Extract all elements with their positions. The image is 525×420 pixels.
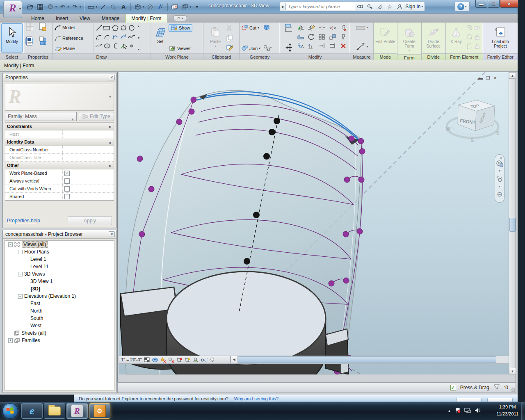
- align-icon[interactable]: [308, 42, 315, 50]
- properties-palette-icon[interactable]: [25, 37, 33, 45]
- tree-item-3d-views[interactable]: −3D Views: [5, 270, 114, 278]
- save-icon[interactable]: [36, 2, 45, 11]
- tree-expander[interactable]: −: [8, 242, 13, 247]
- crop-view-icon[interactable]: [176, 357, 183, 363]
- panel-label-geometry[interactable]: Geometry: [240, 53, 280, 60]
- navbar-close-icon[interactable]: ⊗: [500, 156, 502, 160]
- ie-no-button[interactable]: [487, 398, 513, 402]
- draw-model-button[interactable]: Model: [54, 24, 93, 31]
- split-element-icon[interactable]: [318, 24, 326, 32]
- draw-ellipse-icon[interactable]: [103, 42, 111, 50]
- family-types-grid-icon[interactable]: [39, 37, 46, 45]
- property-row[interactable]: Work Plane-Based✓: [5, 169, 114, 177]
- property-row[interactable]: Cut with Voids When...: [5, 185, 114, 193]
- properties-help-link[interactable]: Properties help: [7, 218, 40, 224]
- show-crop-region-icon[interactable]: [185, 357, 191, 363]
- scroll-left-arrow[interactable]: ◀: [231, 356, 237, 363]
- paste-button[interactable]: Paste▾: [205, 23, 226, 52]
- work-plane-based-checkbox[interactable]: ✓: [64, 171, 70, 176]
- trim-extend-icon[interactable]: [297, 42, 304, 50]
- scroll-up-arrow[interactable]: ▲: [509, 72, 516, 79]
- match-type-brush-icon[interactable]: [226, 44, 233, 52]
- mirror-draw-axis-icon[interactable]: [308, 24, 315, 32]
- close-hidden-windows-icon[interactable]: [170, 2, 179, 11]
- detail-level-icon[interactable]: [144, 357, 150, 363]
- draw-reference-button[interactable]: Reference: [54, 35, 93, 41]
- infocenter-collapse-icon[interactable]: ▶: [282, 5, 284, 9]
- measure-dropdown[interactable]: ▾: [96, 5, 98, 9]
- trim-single-icon[interactable]: [318, 42, 326, 50]
- panel-label-select[interactable]: Select: [0, 53, 24, 60]
- set-work-plane-button[interactable]: Set: [152, 23, 169, 52]
- switch-windows-icon[interactable]: [180, 2, 189, 11]
- filter-icon[interactable]: [493, 384, 500, 391]
- add-profile-icon[interactable]: [466, 33, 473, 41]
- maximize-button[interactable]: ❐: [488, 0, 500, 8]
- tree-item-floor-plans[interactable]: −Floor Plans: [5, 248, 114, 256]
- xray-button[interactable]: X-Ray: [447, 23, 465, 52]
- communication-center-icon[interactable]: [375, 2, 385, 11]
- type-preview[interactable]: R ▼: [5, 84, 114, 111]
- tree-item-families[interactable]: +Families: [5, 337, 114, 344]
- subscription-key-icon[interactable]: [365, 2, 375, 11]
- temporary-hide-isolate-icon[interactable]: [201, 357, 208, 363]
- always-vertical-checkbox[interactable]: [64, 178, 70, 184]
- navbar-collapse-icon[interactable]: ⊖: [497, 190, 502, 198]
- draw-rectangle-icon[interactable]: [103, 24, 111, 32]
- load-into-project-button[interactable]: Load into Project: [487, 23, 514, 52]
- measure-icon[interactable]: [87, 2, 96, 11]
- cut-with-voids-checkbox[interactable]: [64, 186, 70, 192]
- tree-item-level-11[interactable]: Level 11: [5, 263, 114, 270]
- tree-expander[interactable]: −: [18, 250, 23, 254]
- collapse-chevron-icon[interactable]: »: [106, 165, 114, 167]
- worksharing-display-icon[interactable]: [193, 357, 199, 363]
- scale-label[interactable]: 1" = 20'-0": [121, 357, 142, 362]
- modify-button[interactable]: Modify: [1, 23, 23, 52]
- join-geometry-button[interactable]: Join▾: [241, 45, 261, 52]
- view-dropdown[interactable]: ▾: [143, 5, 144, 9]
- project-browser-title[interactable]: concepmasschair - Project Browser ✕: [3, 230, 116, 239]
- geometry-more-dropdown[interactable]: ▾: [270, 46, 272, 49]
- section-icon[interactable]: [146, 2, 155, 11]
- view-restore-icon[interactable]: ❐: [486, 75, 490, 81]
- scroll-down-arrow[interactable]: ▼: [509, 368, 516, 374]
- tree-expander[interactable]: −: [18, 294, 23, 299]
- action-center-icon[interactable]: [455, 407, 461, 415]
- draw-tangent-arc-icon[interactable]: [112, 33, 119, 41]
- taskbar-revit-button[interactable]: R: [66, 403, 88, 419]
- zoom-tool-icon[interactable]: [496, 176, 503, 184]
- panel-label-mode[interactable]: Mode: [374, 53, 397, 60]
- horizontal-scroll-thumb[interactable]: [238, 356, 496, 363]
- tree-item-west[interactable]: West: [5, 322, 114, 329]
- tree-item-3d-view-1[interactable]: 3D View 1: [5, 278, 114, 285]
- type-selector-combo[interactable]: Family: Mass▼: [5, 112, 77, 121]
- section-constraints[interactable]: Constraints»: [5, 123, 114, 130]
- switch-windows-dropdown[interactable]: ▾: [190, 5, 192, 9]
- draw-line-icon[interactable]: [95, 24, 103, 32]
- draw-plane-button[interactable]: Plane: [54, 45, 93, 52]
- panel-label-modify[interactable]: Modify: [280, 53, 350, 60]
- steering-wheel-icon[interactable]: [496, 160, 503, 169]
- customize-qat-icon[interactable]: ▼: [192, 2, 201, 11]
- minimize-button[interactable]: ▬: [475, 0, 487, 8]
- vertical-scrollbar[interactable]: ▲ ▼: [509, 72, 516, 374]
- steering-wheel-dropdown[interactable]: ▼: [498, 169, 501, 172]
- resize-grip[interactable]: [511, 388, 515, 392]
- tree-expander[interactable]: −: [18, 272, 23, 276]
- property-row[interactable]: OmniClass Number: [5, 146, 114, 154]
- section-other[interactable]: Other»: [5, 162, 114, 169]
- create-form-button[interactable]: Create Form▾: [399, 23, 420, 53]
- sun-path-icon[interactable]: [160, 357, 167, 363]
- dissolve-icon[interactable]: [466, 42, 473, 50]
- volume-icon[interactable]: [475, 407, 481, 415]
- tree-item-3d-active[interactable]: {3D}: [5, 285, 114, 292]
- rotate-icon[interactable]: [308, 33, 315, 41]
- collapse-chevron-icon[interactable]: »: [106, 126, 114, 128]
- panel-label-form-element[interactable]: Form Element: [446, 53, 483, 60]
- cut-geometry-button[interactable]: Cut▾: [241, 24, 261, 31]
- tree-item-elevations[interactable]: −Elevations (Elevation 1): [5, 292, 114, 300]
- sync-dropdown[interactable]: ▾: [55, 5, 57, 9]
- sign-in-dropdown[interactable]: ▾: [422, 5, 423, 8]
- tree-item-south[interactable]: South: [5, 315, 114, 322]
- offset-icon[interactable]: [297, 33, 304, 41]
